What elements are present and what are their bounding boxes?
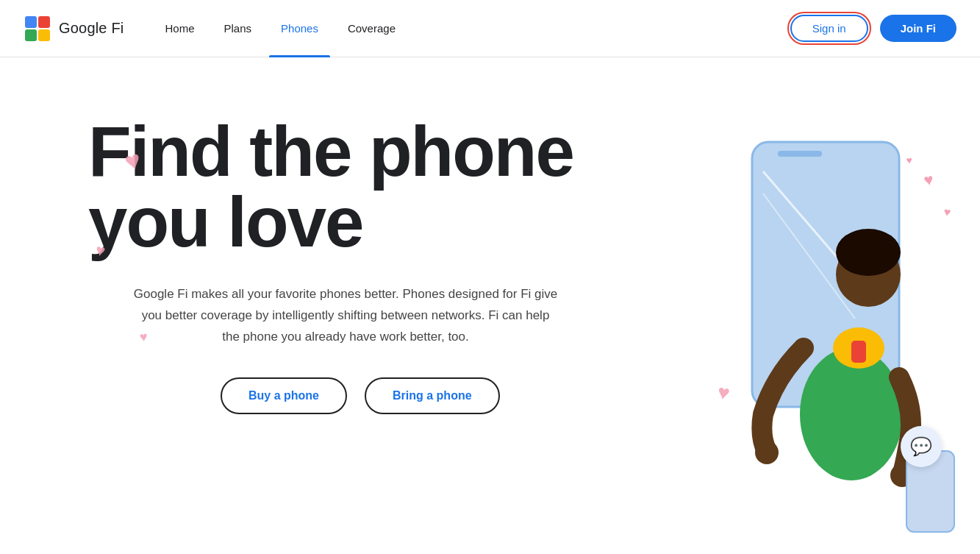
joinfi-button[interactable]: Join Fi xyxy=(880,15,956,42)
heart-decoration-3 xyxy=(139,330,148,346)
bring-phone-button[interactable]: Bring a phone xyxy=(365,377,500,414)
nav-link-phones[interactable]: Phones xyxy=(269,0,330,57)
hero-title-line2: you love xyxy=(88,182,362,261)
nav-link-coverage[interactable]: Coverage xyxy=(336,0,407,57)
signin-button[interactable]: Sign in xyxy=(790,15,868,42)
logo-icon xyxy=(24,15,51,43)
svg-rect-5 xyxy=(778,151,822,157)
navbar: Google Fi Home Plans Phones Coverage Sig… xyxy=(0,0,980,57)
buy-phone-button[interactable]: Buy a phone xyxy=(221,377,347,414)
hero-illustration: ♥ ♥ ♥ xyxy=(708,98,965,554)
logo-text: Google Fi xyxy=(59,20,124,37)
hero-title: Find the phone you love xyxy=(88,116,647,258)
svg-rect-1 xyxy=(38,16,50,28)
svg-point-11 xyxy=(877,244,892,258)
svg-point-14 xyxy=(755,441,779,464)
logo-link[interactable]: Google Fi xyxy=(24,15,124,43)
svg-point-8 xyxy=(800,348,903,480)
hero-description: Google Fi makes all your favorite phones… xyxy=(132,284,559,348)
svg-rect-3 xyxy=(38,29,50,41)
nav-links: Home Plans Phones Coverage xyxy=(154,0,790,57)
nav-actions: Sign in Join Fi xyxy=(790,15,956,42)
svg-text:♥: ♥ xyxy=(923,170,935,190)
svg-text:♥: ♥ xyxy=(906,154,913,166)
nav-link-home[interactable]: Home xyxy=(154,0,207,57)
svg-rect-13 xyxy=(851,341,866,363)
nav-link-plans[interactable]: Plans xyxy=(212,0,264,57)
chat-bubble-button[interactable]: 💬 xyxy=(901,426,942,467)
chat-icon: 💬 xyxy=(910,436,932,457)
hero-section: Find the phone you love Google Fi makes … xyxy=(0,57,980,554)
svg-text:♥: ♥ xyxy=(943,205,952,219)
svg-rect-0 xyxy=(25,16,37,28)
svg-rect-2 xyxy=(25,29,37,41)
hero-title-line1: Find the phone xyxy=(88,112,573,191)
